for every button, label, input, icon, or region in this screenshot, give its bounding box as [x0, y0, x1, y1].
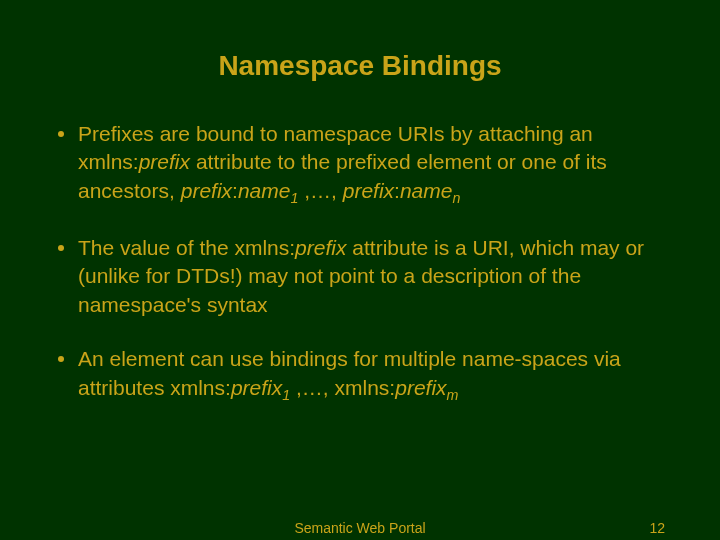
text-italic: prefix: [295, 236, 346, 259]
page-number: 12: [649, 520, 665, 536]
text-sub: n: [452, 190, 460, 206]
text-run: The value of the xmlns:: [78, 236, 295, 259]
slide: Namespace Bindings Prefixes are bound to…: [0, 0, 720, 540]
text-italic: name: [400, 179, 453, 202]
bullet-text: An element can use bindings for multiple…: [78, 345, 670, 405]
text-sub: 1: [282, 387, 290, 403]
slide-title: Namespace Bindings: [50, 50, 670, 82]
bullet-text: The value of the xmlns:prefix attribute …: [78, 234, 670, 319]
bullet-dot-icon: [58, 245, 64, 251]
bullet-dot-icon: [58, 356, 64, 362]
bullet-1: Prefixes are bound to namespace URIs by …: [58, 120, 670, 208]
text-italic: name: [238, 179, 291, 202]
bullet-2: The value of the xmlns:prefix attribute …: [58, 234, 670, 319]
slide-content: Prefixes are bound to namespace URIs by …: [50, 120, 670, 405]
text-italic: prefix: [139, 150, 190, 173]
bullet-text: Prefixes are bound to namespace URIs by …: [78, 120, 670, 208]
text-italic: prefix: [395, 376, 446, 399]
bullet-dot-icon: [58, 131, 64, 137]
text-run: ,…, xmlns:: [290, 376, 395, 399]
text-italic: prefix: [181, 179, 232, 202]
text-sub: m: [447, 387, 459, 403]
footer-center: Semantic Web Portal: [294, 520, 425, 536]
text-italic: prefix: [343, 179, 394, 202]
bullet-3: An element can use bindings for multiple…: [58, 345, 670, 405]
text-italic: prefix: [231, 376, 282, 399]
text-run: ,…,: [298, 179, 342, 202]
